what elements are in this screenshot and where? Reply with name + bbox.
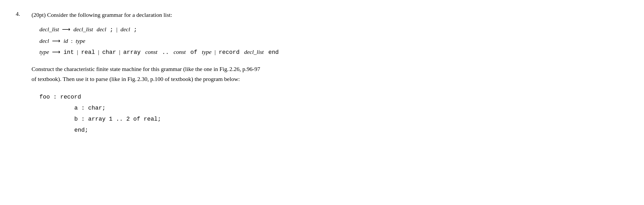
- tt-dotdot: ..: [162, 49, 169, 56]
- tt-array: array: [123, 49, 141, 56]
- nt-decl-1: decl: [97, 26, 106, 33]
- nt-decl-2: decl: [120, 26, 130, 33]
- nt-decl-list-3: decl_list: [244, 49, 264, 55]
- grammar-line-3: type ⟶ int | real | char | array const .…: [39, 47, 628, 58]
- description-line-2: of textbook). Then use it to parse (like…: [32, 74, 504, 84]
- question-body: (20pt) Consider the following grammar fo…: [32, 11, 628, 136]
- nt-const-2: const: [173, 49, 186, 55]
- arrow-2: ⟶: [52, 38, 60, 44]
- nt-type-3: type: [202, 49, 212, 55]
- question-number: 4.: [16, 11, 26, 136]
- question-title: (20pt) Consider the following grammar fo…: [32, 11, 628, 19]
- description-block: Construct the characteristic finite stat…: [32, 64, 504, 84]
- tt-char: char: [102, 49, 116, 56]
- code-line-2: a : char;: [60, 103, 628, 114]
- pipe-1: |: [116, 26, 117, 33]
- tt-end: end: [268, 49, 279, 56]
- arrow-1: ⟶: [62, 26, 70, 33]
- arrow-3: ⟶: [52, 49, 60, 55]
- colon-1: :: [71, 38, 73, 44]
- nt-decl-list-1: decl_list: [39, 26, 59, 33]
- nt-const-1: const: [145, 49, 157, 55]
- tt-real: real: [81, 49, 95, 56]
- pipe-2: |: [77, 49, 78, 55]
- grammar-block: decl_list ⟶ decl_list decl ; | decl ; de…: [39, 24, 628, 58]
- tt-int: int: [64, 49, 74, 56]
- code-line-3: b : array 1 .. 2 of real;: [60, 114, 628, 125]
- description-line-1: Construct the characteristic finite stat…: [32, 64, 504, 74]
- pipe-4: |: [119, 49, 120, 55]
- nt-id: id: [64, 38, 68, 44]
- nt-type-2: type: [39, 49, 49, 55]
- code-line-4: end;: [60, 125, 628, 136]
- grammar-line-2: decl ⟶ id : type: [39, 35, 628, 47]
- tt-record: record: [219, 49, 239, 56]
- nt-decl-list-2: decl_list: [74, 26, 93, 33]
- tt-of: of: [190, 49, 197, 56]
- nt-type-1: type: [76, 38, 85, 44]
- code-block: foo : record a : char; b : array 1 .. 2 …: [39, 92, 628, 136]
- grammar-line-1: decl_list ⟶ decl_list decl ; | decl ;: [39, 24, 628, 35]
- question-container: 4. (20pt) Consider the following grammar…: [16, 11, 628, 136]
- tt-semi-2: ;: [134, 27, 137, 33]
- pipe-5: |: [215, 49, 216, 55]
- nt-decl-3: decl: [39, 38, 49, 44]
- tt-semi-1: ;: [110, 27, 113, 33]
- code-line-1: foo : record: [39, 92, 628, 103]
- pipe-3: |: [98, 49, 99, 55]
